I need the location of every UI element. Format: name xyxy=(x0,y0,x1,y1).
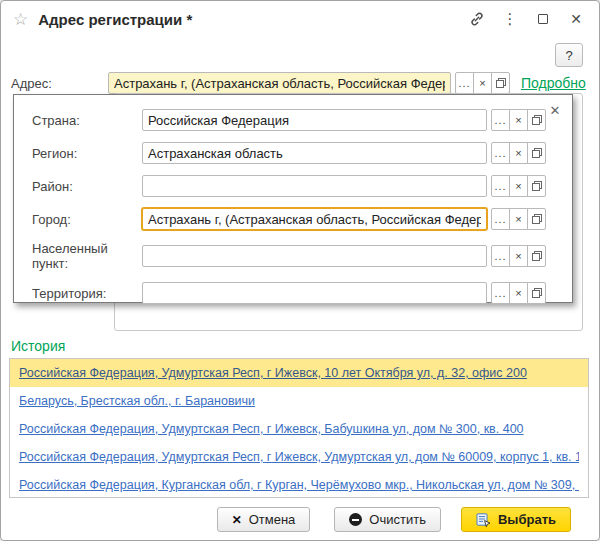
field-copy-button[interactable] xyxy=(527,208,546,230)
history-title: История xyxy=(11,338,65,354)
popup-field-row: Город: ... × xyxy=(32,208,546,230)
link-icon[interactable] xyxy=(468,10,486,28)
popup-field-input-group: ... × xyxy=(142,142,546,164)
clear-minus-icon xyxy=(349,513,362,526)
copy-icon xyxy=(532,288,542,298)
copy-icon xyxy=(532,214,542,224)
popup-field-label: Страна: xyxy=(32,113,142,128)
maximize-glyph xyxy=(538,14,548,24)
popup-fields: Страна: ... × Регион: ... × Район: ... ×… xyxy=(32,109,546,304)
popup-field-input-group: ... × xyxy=(142,245,546,267)
popup-field-input-group: ... × xyxy=(142,208,546,230)
page-title: Адрес регистрации * xyxy=(38,11,468,28)
favorite-star-icon[interactable]: ☆ xyxy=(13,11,28,28)
field-clear-button[interactable]: × xyxy=(509,208,528,230)
address-clear-button[interactable]: × xyxy=(473,72,492,94)
field-select-button[interactable]: ... xyxy=(491,245,510,267)
popup-field-row: Страна: ... × xyxy=(32,109,546,131)
popup-field-label: Город: xyxy=(32,212,142,227)
copy-icon xyxy=(532,148,542,158)
select-button[interactable]: Выбрать xyxy=(461,507,571,532)
popup-field-row: Регион: ... × xyxy=(32,142,546,164)
history-row[interactable]: Российская Федерация, Удмуртская Респ, г… xyxy=(10,415,588,443)
copy-icon xyxy=(532,115,542,125)
field-clear-button[interactable]: × xyxy=(509,142,528,164)
popup-field-input-group: ... × xyxy=(142,109,546,131)
clear-button[interactable]: Очистить xyxy=(334,507,441,532)
popup-field-input[interactable] xyxy=(142,142,487,164)
address-label: Адрес: xyxy=(11,76,108,91)
history-address-link[interactable]: Российская Федерация, Удмуртская Респ, г… xyxy=(19,422,524,436)
copy-icon xyxy=(532,181,542,191)
popup-field-label: Населенный пункт: xyxy=(32,241,142,271)
cancel-label: Отмена xyxy=(249,512,296,527)
field-clear-button[interactable]: × xyxy=(509,109,528,131)
history-address-link[interactable]: Беларусь, Брестская обл., г. Барановичи xyxy=(19,394,255,408)
field-select-button[interactable]: ... xyxy=(491,208,510,230)
address-input[interactable] xyxy=(108,72,451,94)
select-label: Выбрать xyxy=(498,512,556,527)
history-row[interactable]: Беларусь, Брестская обл., г. Барановичи xyxy=(10,387,588,415)
more-menu-icon[interactable]: ⋮ xyxy=(501,10,519,28)
field-copy-button[interactable] xyxy=(527,175,546,197)
history-list: Российская Федерация, Удмуртская Респ, г… xyxy=(9,358,589,498)
window-controls: ⋮ ✕ xyxy=(468,10,585,28)
popup-field-input[interactable] xyxy=(142,109,487,131)
popup-field-row: Район: ... × xyxy=(32,175,546,197)
address-select-button[interactable]: ... xyxy=(455,72,474,94)
popup-field-label: Территория: xyxy=(32,286,142,301)
popup-field-input-group: ... × xyxy=(142,175,546,197)
address-parts-popup: ✕ Страна: ... × Регион: ... × Район: ...… xyxy=(13,94,573,303)
popup-field-input[interactable] xyxy=(142,208,487,230)
field-copy-button[interactable] xyxy=(527,109,546,131)
details-link[interactable]: Подробно xyxy=(521,75,586,91)
history-row[interactable]: Российская Федерация, Удмуртская Респ, г… xyxy=(10,443,588,471)
popup-field-label: Регион: xyxy=(32,146,142,161)
popup-field-input[interactable] xyxy=(142,175,487,197)
address-copy-button[interactable] xyxy=(491,72,510,94)
history-address-link[interactable]: Российская Федерация, Удмуртская Респ, г… xyxy=(19,366,527,380)
field-copy-button[interactable] xyxy=(527,245,546,267)
address-row: Адрес: ... × Подробно xyxy=(11,72,586,94)
history-row[interactable]: Российская Федерация, Удмуртская Респ, г… xyxy=(10,359,588,387)
popup-close-icon[interactable]: ✕ xyxy=(547,102,563,118)
copy-icon xyxy=(496,78,506,88)
copy-icon xyxy=(532,251,542,261)
popup-field-input[interactable] xyxy=(142,282,487,304)
help-button[interactable]: ? xyxy=(555,43,583,67)
field-select-button[interactable]: ... xyxy=(491,142,510,164)
title-bar: ☆ Адрес регистрации * ⋮ ✕ xyxy=(1,1,599,37)
close-icon[interactable]: ✕ xyxy=(567,10,585,28)
field-clear-button[interactable]: × xyxy=(509,245,528,267)
field-select-button[interactable]: ... xyxy=(491,282,510,304)
cancel-x-icon: ✕ xyxy=(232,513,242,527)
field-select-button[interactable]: ... xyxy=(491,109,510,131)
popup-field-input[interactable] xyxy=(142,245,487,267)
address-dialog-window: ☆ Адрес регистрации * ⋮ ✕ ? Адрес: ... ×… xyxy=(0,0,600,541)
popup-field-input-group: ... × xyxy=(142,282,546,304)
select-document-icon xyxy=(476,513,491,527)
field-clear-button[interactable]: × xyxy=(509,282,528,304)
maximize-icon[interactable] xyxy=(534,10,552,28)
cancel-button[interactable]: ✕ Отмена xyxy=(217,507,311,532)
history-row[interactable]: Российская Федерация, Курганская обл, г … xyxy=(10,471,588,498)
history-address-link[interactable]: Российская Федерация, Курганская обл, г … xyxy=(19,478,579,492)
field-clear-button[interactable]: × xyxy=(509,175,528,197)
clear-label: Очистить xyxy=(369,512,426,527)
address-input-group: ... × xyxy=(108,72,510,94)
field-copy-button[interactable] xyxy=(527,282,546,304)
history-address-link[interactable]: Российская Федерация, Удмуртская Респ, г… xyxy=(19,450,579,464)
field-copy-button[interactable] xyxy=(527,142,546,164)
field-select-button[interactable]: ... xyxy=(491,175,510,197)
popup-field-label: Район: xyxy=(32,179,142,194)
footer-buttons: ✕ Отмена Очистить Выбрать xyxy=(1,507,571,532)
popup-field-row: Населенный пункт: ... × xyxy=(32,241,546,271)
popup-field-row: Территория: ... × xyxy=(32,282,546,304)
